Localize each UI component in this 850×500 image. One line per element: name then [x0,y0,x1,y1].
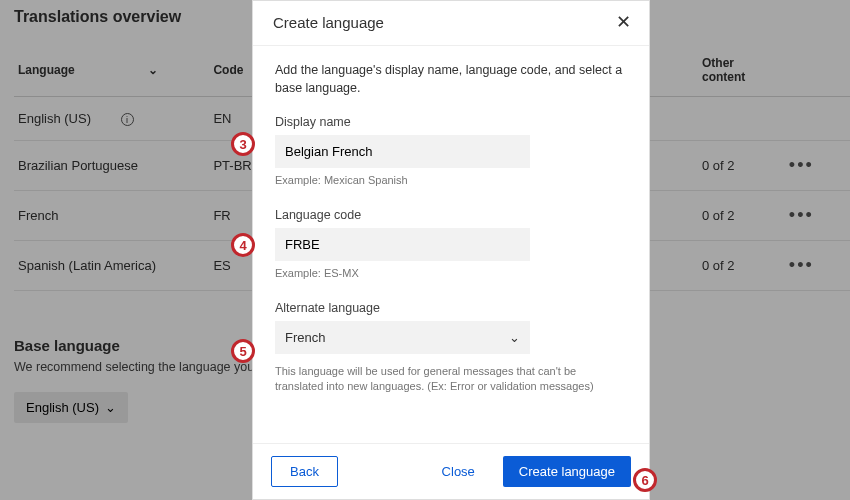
language-code-hint: Example: ES-MX [275,267,627,279]
close-button[interactable]: Close [432,457,485,486]
chevron-down-icon: ⌄ [509,330,520,345]
callout-5: 5 [231,339,255,363]
modal-intro: Add the language's display name, languag… [275,62,627,97]
create-language-button[interactable]: Create language [503,456,631,487]
display-name-label: Display name [275,115,627,129]
alt-language-hint: This language will be used for general m… [275,364,625,395]
create-language-modal: Create language ✕ Add the language's dis… [252,0,650,500]
language-code-input[interactable] [275,228,530,261]
back-button[interactable]: Back [271,456,338,487]
alt-language-value: French [285,330,325,345]
callout-4: 4 [231,233,255,257]
alt-language-select[interactable]: French ⌄ [275,321,530,354]
language-code-label: Language code [275,208,627,222]
callout-3: 3 [231,132,255,156]
close-icon[interactable]: ✕ [616,13,631,31]
display-name-hint: Example: Mexican Spanish [275,174,627,186]
modal-title: Create language [273,14,384,31]
display-name-input[interactable] [275,135,530,168]
alt-language-label: Alternate language [275,301,627,315]
callout-6: 6 [633,468,657,492]
